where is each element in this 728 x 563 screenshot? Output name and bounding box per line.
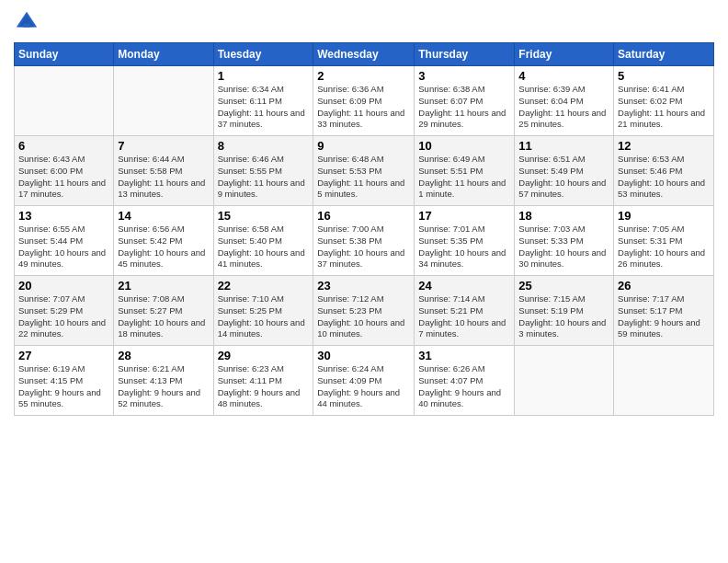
day-number: 29 (218, 349, 310, 362)
day-number: 14 (118, 209, 209, 223)
day-info: Sunrise: 7:03 AM Sunset: 5:33 PM Dayligh… (518, 224, 609, 270)
header-day-thursday: Thursday (415, 43, 515, 66)
calendar-cell: 9Sunrise: 6:48 AM Sunset: 5:53 PM Daylig… (313, 136, 415, 206)
logo (14, 9, 43, 35)
day-number: 1 (218, 69, 310, 83)
calendar-cell: 22Sunrise: 7:10 AM Sunset: 5:25 PM Dayli… (213, 276, 313, 346)
day-number: 15 (218, 209, 310, 223)
day-info: Sunrise: 6:19 AM Sunset: 4:15 PM Dayligh… (18, 363, 109, 410)
day-number: 9 (317, 139, 410, 153)
day-number: 6 (18, 139, 109, 153)
day-info: Sunrise: 7:15 AM Sunset: 5:19 PM Dayligh… (518, 293, 609, 340)
calendar-cell: 12Sunrise: 6:53 AM Sunset: 5:46 PM Dayli… (614, 136, 714, 206)
day-info: Sunrise: 6:53 AM Sunset: 5:46 PM Dayligh… (618, 154, 710, 201)
day-info: Sunrise: 6:55 AM Sunset: 5:44 PM Dayligh… (18, 224, 109, 270)
calendar-cell: 3Sunrise: 6:38 AM Sunset: 6:07 PM Daylig… (415, 66, 515, 136)
day-info: Sunrise: 6:58 AM Sunset: 5:40 PM Dayligh… (218, 224, 310, 270)
day-info: Sunrise: 6:51 AM Sunset: 5:49 PM Dayligh… (518, 154, 609, 201)
header-day-wednesday: Wednesday (313, 43, 415, 66)
calendar-cell: 2Sunrise: 6:36 AM Sunset: 6:09 PM Daylig… (313, 66, 415, 136)
header-day-sunday: Sunday (15, 43, 114, 66)
day-info: Sunrise: 6:39 AM Sunset: 6:04 PM Dayligh… (518, 84, 609, 131)
day-info: Sunrise: 7:17 AM Sunset: 5:17 PM Dayligh… (618, 293, 710, 340)
day-info: Sunrise: 6:41 AM Sunset: 6:02 PM Dayligh… (618, 84, 710, 131)
calendar-cell: 11Sunrise: 6:51 AM Sunset: 5:49 PM Dayli… (515, 136, 614, 206)
day-info: Sunrise: 7:07 AM Sunset: 5:29 PM Dayligh… (18, 293, 109, 340)
header-day-monday: Monday (114, 43, 213, 66)
day-number: 21 (118, 279, 209, 293)
day-info: Sunrise: 7:05 AM Sunset: 5:31 PM Dayligh… (618, 224, 710, 270)
day-info: Sunrise: 6:36 AM Sunset: 6:09 PM Dayligh… (317, 84, 410, 131)
calendar-header: SundayMondayTuesdayWednesdayThursdayFrid… (15, 43, 714, 66)
day-info: Sunrise: 6:43 AM Sunset: 6:00 PM Dayligh… (18, 154, 109, 201)
calendar-cell (614, 346, 714, 416)
day-number: 30 (317, 349, 410, 362)
calendar-cell: 21Sunrise: 7:08 AM Sunset: 5:27 PM Dayli… (114, 276, 213, 346)
calendar-page: SundayMondayTuesdayWednesdayThursdayFrid… (0, 0, 728, 425)
calendar-cell: 23Sunrise: 7:12 AM Sunset: 5:23 PM Dayli… (313, 276, 415, 346)
day-number: 13 (18, 209, 109, 223)
day-number: 20 (18, 279, 109, 293)
day-info: Sunrise: 7:12 AM Sunset: 5:23 PM Dayligh… (317, 293, 410, 340)
calendar-cell: 1Sunrise: 6:34 AM Sunset: 6:11 PM Daylig… (213, 66, 313, 136)
header-day-friday: Friday (515, 43, 614, 66)
day-number: 26 (618, 279, 710, 293)
calendar-cell: 18Sunrise: 7:03 AM Sunset: 5:33 PM Dayli… (515, 206, 614, 276)
day-info: Sunrise: 6:24 AM Sunset: 4:09 PM Dayligh… (317, 363, 410, 410)
day-info: Sunrise: 7:00 AM Sunset: 5:38 PM Dayligh… (317, 224, 410, 270)
calendar-cell: 28Sunrise: 6:21 AM Sunset: 4:13 PM Dayli… (114, 346, 213, 416)
day-info: Sunrise: 7:01 AM Sunset: 5:35 PM Dayligh… (418, 224, 510, 270)
week-row-5: 27Sunrise: 6:19 AM Sunset: 4:15 PM Dayli… (15, 346, 714, 416)
day-number: 24 (418, 279, 510, 293)
day-number: 12 (618, 139, 710, 153)
calendar-cell: 26Sunrise: 7:17 AM Sunset: 5:17 PM Dayli… (614, 276, 714, 346)
calendar-cell (515, 346, 614, 416)
calendar-cell: 30Sunrise: 6:24 AM Sunset: 4:09 PM Dayli… (313, 346, 415, 416)
day-number: 19 (618, 209, 710, 223)
day-number: 5 (618, 69, 710, 83)
calendar-cell: 14Sunrise: 6:56 AM Sunset: 5:42 PM Dayli… (114, 206, 213, 276)
calendar-cell: 10Sunrise: 6:49 AM Sunset: 5:51 PM Dayli… (415, 136, 515, 206)
day-info: Sunrise: 6:49 AM Sunset: 5:51 PM Dayligh… (418, 154, 510, 201)
day-number: 11 (518, 139, 609, 153)
header-row: SundayMondayTuesdayWednesdayThursdayFrid… (15, 43, 714, 66)
day-number: 25 (518, 279, 609, 293)
calendar-cell (114, 66, 213, 136)
calendar-cell: 6Sunrise: 6:43 AM Sunset: 6:00 PM Daylig… (15, 136, 114, 206)
logo-icon (14, 9, 40, 35)
day-info: Sunrise: 6:34 AM Sunset: 6:11 PM Dayligh… (218, 84, 310, 131)
calendar-cell: 31Sunrise: 6:26 AM Sunset: 4:07 PM Dayli… (415, 346, 515, 416)
day-number: 31 (418, 349, 510, 362)
calendar-cell: 25Sunrise: 7:15 AM Sunset: 5:19 PM Dayli… (515, 276, 614, 346)
day-info: Sunrise: 7:08 AM Sunset: 5:27 PM Dayligh… (118, 293, 209, 340)
day-number: 10 (418, 139, 510, 153)
day-info: Sunrise: 6:56 AM Sunset: 5:42 PM Dayligh… (118, 224, 209, 270)
header-day-tuesday: Tuesday (213, 43, 313, 66)
day-number: 28 (118, 349, 209, 362)
calendar-cell: 13Sunrise: 6:55 AM Sunset: 5:44 PM Dayli… (15, 206, 114, 276)
day-info: Sunrise: 6:21 AM Sunset: 4:13 PM Dayligh… (118, 363, 209, 410)
calendar-cell: 7Sunrise: 6:44 AM Sunset: 5:58 PM Daylig… (114, 136, 213, 206)
day-info: Sunrise: 7:14 AM Sunset: 5:21 PM Dayligh… (418, 293, 510, 340)
day-info: Sunrise: 7:10 AM Sunset: 5:25 PM Dayligh… (218, 293, 310, 340)
day-info: Sunrise: 6:38 AM Sunset: 6:07 PM Dayligh… (418, 84, 510, 131)
calendar-cell: 19Sunrise: 7:05 AM Sunset: 5:31 PM Dayli… (614, 206, 714, 276)
calendar-cell: 27Sunrise: 6:19 AM Sunset: 4:15 PM Dayli… (15, 346, 114, 416)
day-number: 23 (317, 279, 410, 293)
calendar-cell: 29Sunrise: 6:23 AM Sunset: 4:11 PM Dayli… (213, 346, 313, 416)
day-number: 17 (418, 209, 510, 223)
day-number: 22 (218, 279, 310, 293)
day-number: 16 (317, 209, 410, 223)
day-info: Sunrise: 6:26 AM Sunset: 4:07 PM Dayligh… (418, 363, 510, 410)
calendar-cell: 4Sunrise: 6:39 AM Sunset: 6:04 PM Daylig… (515, 66, 614, 136)
day-number: 27 (18, 349, 109, 362)
calendar-cell: 15Sunrise: 6:58 AM Sunset: 5:40 PM Dayli… (213, 206, 313, 276)
header (14, 9, 714, 35)
calendar-cell: 16Sunrise: 7:00 AM Sunset: 5:38 PM Dayli… (313, 206, 415, 276)
calendar-cell: 17Sunrise: 7:01 AM Sunset: 5:35 PM Dayli… (415, 206, 515, 276)
day-number: 4 (518, 69, 609, 83)
calendar-cell: 24Sunrise: 7:14 AM Sunset: 5:21 PM Dayli… (415, 276, 515, 346)
day-number: 7 (118, 139, 209, 153)
day-number: 18 (518, 209, 609, 223)
week-row-1: 1Sunrise: 6:34 AM Sunset: 6:11 PM Daylig… (15, 66, 714, 136)
